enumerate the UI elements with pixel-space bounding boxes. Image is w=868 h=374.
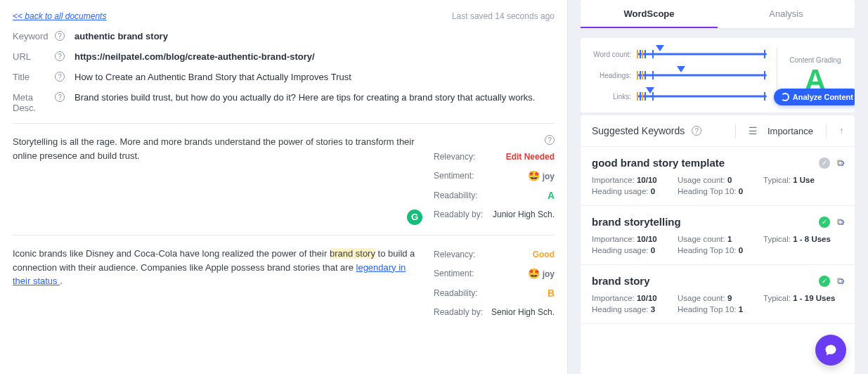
help-icon[interactable]: ? <box>55 72 65 82</box>
keyword-stats: Importance: 10/10Heading usage: 0Usage c… <box>592 176 843 195</box>
grammarly-icon[interactable]: G <box>407 209 422 225</box>
keyword-label: Keyword <box>13 31 55 41</box>
check-icon: ✓ <box>819 157 830 169</box>
metric-label: Word count: <box>592 51 637 58</box>
url-value[interactable]: https://neilpatel.com/blog/create-authen… <box>75 51 555 62</box>
readability-label: Readability: <box>434 191 478 200</box>
url-label: URL <box>13 51 55 62</box>
analyze-label: Analyze Content <box>793 93 853 101</box>
range-marker-icon <box>646 87 654 94</box>
tab-analysis[interactable]: Analysis <box>718 0 855 28</box>
paragraph-text: . <box>60 276 63 286</box>
chat-button[interactable] <box>815 335 846 366</box>
metadesc-label-2: Desc. <box>13 103 36 113</box>
sort-icon[interactable]: ☰ <box>749 125 758 136</box>
joy-icon: 🤩 <box>528 170 540 181</box>
readability-value: B <box>548 288 555 299</box>
readably-value: Junior High Sch. <box>493 209 555 219</box>
range-meter <box>637 48 767 60</box>
analyze-button[interactable]: Analyze Content <box>774 89 855 105</box>
help-icon[interactable]: ? <box>55 51 65 61</box>
keyword-list[interactable]: good brand story template✓⧉›Importance: … <box>581 147 855 374</box>
tab-wordscope[interactable]: WordScope <box>581 0 718 28</box>
divider <box>13 123 555 124</box>
range-marker-icon <box>656 45 664 51</box>
sentiment-value: 🤩joy <box>528 170 555 181</box>
readably-label: Readably by: <box>434 209 483 219</box>
check-icon: ✓ <box>819 276 830 287</box>
grade-label: Content Grading <box>789 56 841 64</box>
last-saved-text: Last saved 14 seconds ago <box>452 11 555 21</box>
metric-row: Word count: <box>592 48 767 60</box>
metadesc-label-1: Meta <box>13 92 33 103</box>
metadesc-value[interactable]: Brand stories build trust, but how do yo… <box>75 92 555 103</box>
metric-row: Links: <box>592 90 767 103</box>
metadesc-label: Meta Desc. <box>13 92 55 113</box>
chevron-right-icon[interactable]: › <box>841 216 845 227</box>
keyword-stats: Importance: 10/10Heading usage: 0Usage c… <box>592 235 843 254</box>
sentiment-label: Sentiment: <box>434 269 474 278</box>
title-label: Title <box>13 72 55 82</box>
chat-icon <box>824 343 838 357</box>
keyword-name: brand storytelling <box>592 216 812 228</box>
keyword-item[interactable]: brand story✓⧉›Importance: 10/10Heading u… <box>581 265 855 324</box>
suggested-keywords-card: Suggested Keywords ? ☰ Importance ↑ good… <box>581 115 855 374</box>
sort-label[interactable]: Importance <box>767 126 813 136</box>
metric-rows: Word count:Headings:Links: <box>592 48 767 103</box>
joy-icon: 🤩 <box>528 268 540 279</box>
title-value[interactable]: How to Create an Authentic Brand Story t… <box>75 72 555 82</box>
tabs: WordScope Analysis <box>581 0 855 28</box>
keyword-name: good brand story template <box>592 157 812 169</box>
metric-row: Headings: <box>592 69 767 82</box>
keyword-stats: Importance: 10/10Heading usage: 3Usage c… <box>592 294 843 314</box>
readably-label: Readably by: <box>434 307 483 317</box>
chevron-right-icon[interactable]: › <box>841 157 845 168</box>
range-meter <box>637 69 767 82</box>
readability-value: A <box>548 190 555 201</box>
keyword-item[interactable]: good brand story template✓⧉›Importance: … <box>581 147 855 206</box>
suggested-title: Suggested Keywords <box>592 125 685 136</box>
refresh-icon <box>781 93 789 101</box>
back-link[interactable]: << back to all documents <box>13 11 106 21</box>
help-icon[interactable]: ? <box>545 135 555 145</box>
keyword-value[interactable]: authentic brand story <box>75 31 555 41</box>
relevancy-label: Relevancy: <box>434 152 475 162</box>
highlighted-keyword: brand story <box>330 248 375 259</box>
editor-panel: << back to all documents Last saved 14 s… <box>0 0 568 374</box>
content-text[interactable]: Storytelling is all the rage. More and m… <box>13 135 424 228</box>
relevancy-value: Good <box>533 250 555 259</box>
help-icon[interactable]: ? <box>55 92 65 102</box>
help-icon[interactable]: ? <box>55 31 65 41</box>
range-marker-icon <box>677 66 685 72</box>
content-metrics: ? Relevancy: Edit Needed Sentiment: 🤩joy… <box>434 135 555 228</box>
relevancy-label: Relevancy: <box>434 250 475 259</box>
metric-label: Links: <box>592 93 637 101</box>
divider <box>13 235 555 236</box>
content-block: Storytelling is all the rage. More and m… <box>13 135 555 228</box>
metric-label: Headings: <box>592 72 637 79</box>
keyword-name: brand story <box>592 275 812 287</box>
sentiment-label: Sentiment: <box>434 171 474 181</box>
help-icon[interactable]: ? <box>692 126 701 136</box>
arrow-up-icon[interactable]: ↑ <box>839 126 843 136</box>
sidebar-panel: WordScope Analysis Word count:Headings:L… <box>581 0 855 374</box>
check-icon: ✓ <box>819 217 830 228</box>
relevancy-value: Edit Needed <box>506 152 555 162</box>
sentiment-value: 🤩joy <box>528 268 555 279</box>
metrics-card: Word count:Headings:Links: Content Gradi… <box>581 38 855 112</box>
readability-label: Readability: <box>434 288 478 298</box>
chevron-right-icon[interactable]: › <box>841 275 845 286</box>
content-block: Iconic brands like Disney and Coca-Cola … <box>13 247 555 325</box>
keyword-item[interactable]: brand storytelling✓⧉›Importance: 10/10He… <box>581 206 855 265</box>
content-metrics: Relevancy: Good Sentiment: 🤩joy Readabil… <box>434 247 555 325</box>
paragraph-text: Iconic brands like Disney and Coca-Cola … <box>13 248 330 259</box>
paragraph-text: Storytelling is all the rage. More and m… <box>13 136 415 161</box>
content-text[interactable]: Iconic brands like Disney and Coca-Cola … <box>13 247 424 325</box>
readably-value: Senior High Sch. <box>491 307 555 317</box>
range-meter <box>637 90 767 103</box>
